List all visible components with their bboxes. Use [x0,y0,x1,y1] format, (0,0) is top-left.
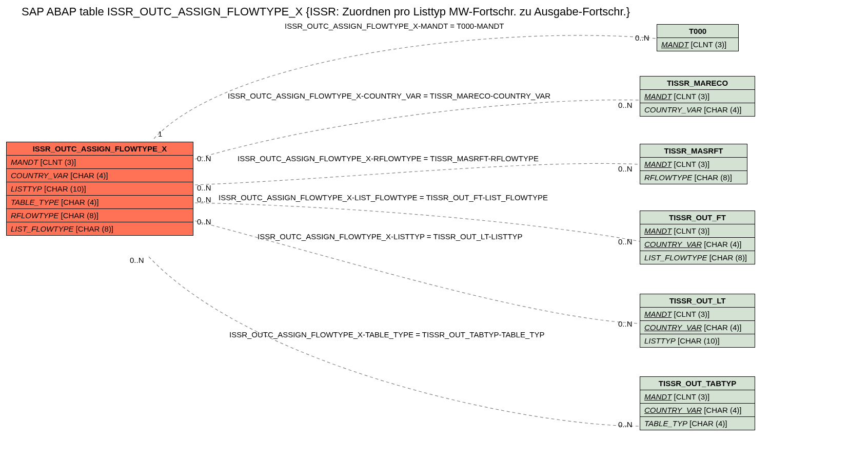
table-row: RFLOWTYPE [CHAR (8)] [7,209,193,222]
table-row: MANDT [CLNT (3)] [640,224,755,238]
ref-table-header: TISSR_MASRFT [640,144,747,158]
ref-table-header: T000 [657,25,738,38]
relation-label: ISSR_OUTC_ASSIGN_FLOWTYPE_X-RFLOWTYPE = … [238,154,539,163]
relation-label: ISSR_OUTC_ASSIGN_FLOWTYPE_X-LIST_FLOWTYP… [219,193,548,202]
ref-table-header: TISSR_OUT_TABTYP [640,377,755,390]
cardinality-label: 0..N [635,33,649,42]
cardinality-label: 0..N [618,420,633,429]
cardinality-label: 0..N [618,101,633,109]
relation-label: ISSR_OUTC_ASSIGN_FLOWTYPE_X-LISTTYP = TI… [258,232,522,241]
table-row: COUNTRY_VAR [CHAR (4)] [640,404,755,417]
ref-table-mareco: TISSR_MARECO MANDT [CLNT (3)] COUNTRY_VA… [640,76,755,117]
ref-table-outlt: TISSR_OUT_LT MANDT [CLNT (3)] COUNTRY_VA… [640,294,755,348]
table-row: TABLE_TYPE [CHAR (4)] [7,196,193,209]
cardinality-label: 0..N [197,195,211,204]
ref-table-outft: TISSR_OUT_FT MANDT [CLNT (3)] COUNTRY_VA… [640,211,755,264]
cardinality-label: 0..N [197,217,211,226]
ref-table-header: TISSR_OUT_LT [640,294,755,308]
main-table-header: ISSR_OUTC_ASSIGN_FLOWTYPE_X [7,142,193,156]
table-row: COUNTRY_VAR [CHAR (4)] [640,103,755,116]
table-row: MANDT [CLNT (3)] [640,158,747,171]
ref-table-outtabtyp: TISSR_OUT_TABTYP MANDT [CLNT (3)] COUNTR… [640,376,755,430]
cardinality-label: 0..N [618,237,633,246]
table-row: RFLOWTYPE [CHAR (8)] [640,171,747,184]
cardinality-label: 0..N [197,154,211,163]
cardinality-label: 0..N [618,319,633,328]
cardinality-label: 0..N [130,256,144,264]
table-row: MANDT [CLNT (3)] [640,390,755,404]
relation-label: ISSR_OUTC_ASSIGN_FLOWTYPE_X-MANDT = T000… [285,22,504,30]
ref-table-masrft: TISSR_MASRFT MANDT [CLNT (3)] RFLOWTYPE … [640,144,747,184]
relation-label: ISSR_OUTC_ASSIGN_FLOWTYPE_X-TABLE_TYPE =… [229,330,544,339]
table-row: COUNTRY_VAR [CHAR (4)] [640,321,755,334]
cardinality-label: 1 [158,129,162,138]
table-row: LIST_FLOWTYPE [CHAR (8)] [640,251,755,264]
main-table: ISSR_OUTC_ASSIGN_FLOWTYPE_X MANDT [CLNT … [6,142,193,236]
table-row: MANDT [CLNT (3)] [657,38,738,51]
table-row: LISTTYP [CHAR (10)] [640,334,755,347]
cardinality-label: 0..N [197,183,211,192]
table-row: MANDT [CLNT (3)] [7,156,193,169]
ref-table-header: TISSR_MARECO [640,77,755,90]
table-row: MANDT [CLNT (3)] [640,90,755,103]
table-row: LIST_FLOWTYPE [CHAR (8)] [7,222,193,235]
table-row: COUNTRY_VAR [CHAR (4)] [7,169,193,182]
diagram-title: SAP ABAP table ISSR_OUTC_ASSIGN_FLOWTYPE… [22,5,630,18]
table-row: LISTTYP [CHAR (10)] [7,182,193,196]
cardinality-label: 0..N [618,164,633,173]
ref-table-t000: T000 MANDT [CLNT (3)] [657,24,739,51]
table-row: TABLE_TYP [CHAR (4)] [640,417,755,430]
table-row: COUNTRY_VAR [CHAR (4)] [640,238,755,251]
table-row: MANDT [CLNT (3)] [640,308,755,321]
relation-label: ISSR_OUTC_ASSIGN_FLOWTYPE_X-COUNTRY_VAR … [228,91,550,100]
ref-table-header: TISSR_OUT_FT [640,211,755,224]
